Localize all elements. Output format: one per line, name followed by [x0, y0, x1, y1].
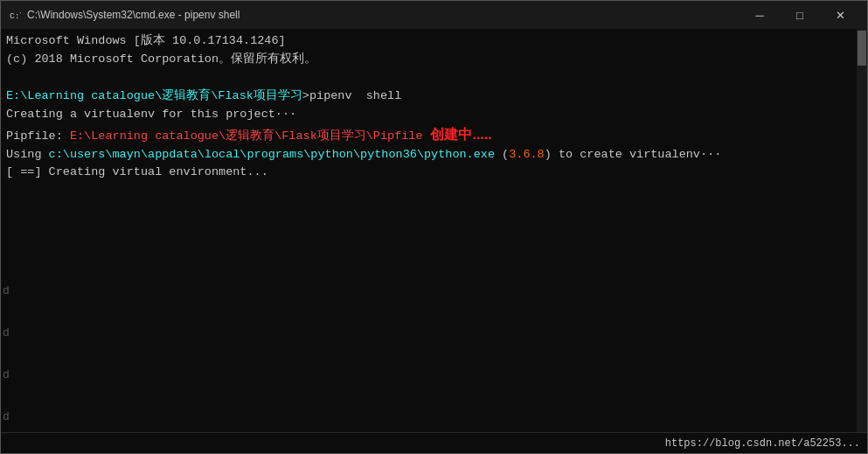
title-bar: C:\ C:\Windows\System32\cmd.exe - pipenv…	[1, 1, 867, 29]
terminal-line-6: Pipfile: E:\Learning catalogue\逻辑教育\Flas…	[6, 124, 851, 146]
content-area: Microsoft Windows [版本 10.0.17134.1246] (…	[1, 29, 867, 432]
maximize-button[interactable]: □	[780, 1, 820, 29]
title-bar-left: C:\ C:\Windows\System32\cmd.exe - pipenv…	[8, 8, 240, 22]
terminal-line-3	[6, 69, 851, 87]
terminal-line-1: Microsoft Windows [版本 10.0.17134.1246]	[6, 32, 851, 51]
scrollbar[interactable]	[857, 29, 867, 432]
window-controls: ─ □ ✕	[740, 1, 860, 29]
pipfile-path: E:\Learning catalogue\逻辑教育\Flask项目学习\Pip…	[70, 128, 423, 146]
annotation-text: 创建中.....	[423, 124, 492, 146]
terminal-output: Microsoft Windows [版本 10.0.17134.1246] (…	[1, 29, 857, 432]
python-path: c:\users\mayn\appdata\local\programs\pyt…	[49, 148, 495, 161]
terminal-line-4: E:\Learning catalogue\逻辑教育\Flask项目学习>pip…	[6, 87, 851, 106]
python-version: 3.6.8	[509, 148, 545, 161]
minimize-button[interactable]: ─	[740, 1, 780, 29]
window-title: C:\Windows\System32\cmd.exe - pipenv she…	[27, 9, 240, 21]
left-marker-3: d	[3, 367, 10, 384]
terminal-line-7: Using c:\users\mayn\appdata\local\progra…	[6, 146, 851, 164]
cmd-icon: C:\	[8, 8, 22, 22]
scrollbar-thumb[interactable]	[858, 31, 866, 66]
left-marker-1: d	[3, 283, 10, 300]
version-paren-open: (	[495, 148, 509, 161]
command-text: >pipenv shell	[302, 89, 401, 102]
bottom-bar: https://blog.csdn.net/a52253...	[1, 432, 867, 453]
cmd-window: C:\ C:\Windows\System32\cmd.exe - pipenv…	[0, 0, 868, 454]
terminal-line-5: Creating a virtualenv for this project··…	[6, 106, 851, 124]
path-text: E:\Learning catalogue\逻辑教育\Flask项目学习	[6, 89, 302, 102]
left-markers: d d d d d	[3, 283, 10, 432]
left-marker-2: d	[3, 325, 10, 342]
svg-text:C:\: C:\	[10, 11, 21, 21]
left-marker-4: d	[3, 409, 10, 426]
terminal-line-2: (c) 2018 Microsoft Corporation。保留所有权利。	[6, 51, 851, 69]
pipfile-label: Pipfile:	[6, 128, 70, 146]
close-button[interactable]: ✕	[820, 1, 860, 29]
using-label: Using	[6, 148, 49, 161]
terminal-line-8: [ ==] Creating virtual environment...	[6, 164, 851, 182]
create-venv-text: ) to create virtualenv···	[545, 148, 722, 161]
bottom-link-text: https://blog.csdn.net/a52253...	[665, 437, 860, 450]
